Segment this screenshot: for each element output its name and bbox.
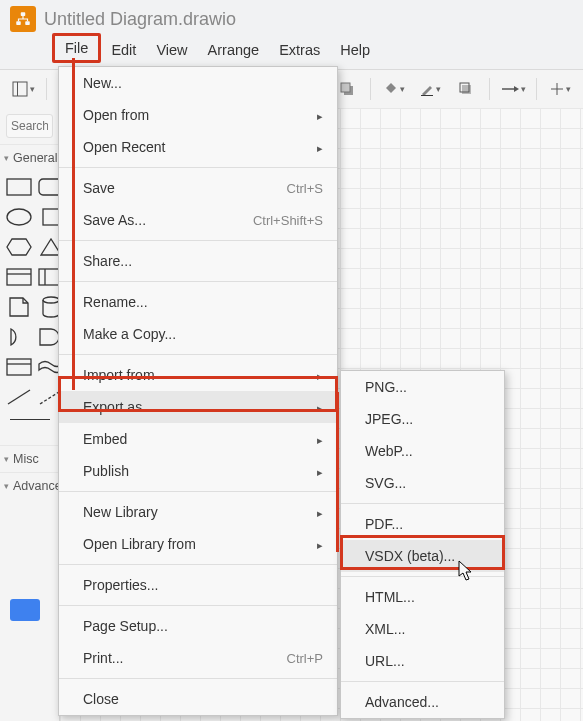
menu-file[interactable]: File [52, 33, 101, 63]
menu-edit[interactable]: Edit [101, 38, 146, 62]
search-container [0, 108, 59, 144]
file-open-recent[interactable]: Open Recent [59, 131, 337, 163]
svg-rect-24 [7, 359, 31, 375]
export-pdf[interactable]: PDF... [341, 508, 504, 540]
line-color-button[interactable] [415, 75, 445, 103]
svg-line-26 [8, 390, 30, 404]
svg-rect-3 [13, 82, 27, 96]
file-make-copy[interactable]: Make a Copy... [59, 318, 337, 350]
toolbar-separator [370, 78, 371, 100]
file-page-setup[interactable]: Page Setup... [59, 610, 337, 642]
sidebar-blue-chip[interactable] [10, 599, 40, 621]
menu-separator [59, 491, 337, 492]
export-menu: PNG... JPEG... WebP... SVG... PDF... VSD… [340, 370, 505, 719]
document-title[interactable]: Untitled Diagram.drawio [44, 9, 236, 30]
svg-point-23 [43, 297, 59, 303]
svg-point-17 [7, 209, 31, 225]
menu-separator [341, 576, 504, 577]
shadow-button[interactable] [451, 75, 481, 103]
svg-rect-9 [421, 95, 433, 96]
panel-general[interactable]: General [0, 144, 59, 171]
menu-separator [59, 281, 337, 282]
svg-rect-15 [7, 179, 31, 195]
menu-separator [59, 354, 337, 355]
file-rename[interactable]: Rename... [59, 286, 337, 318]
file-publish[interactable]: Publish [59, 455, 337, 487]
svg-rect-1 [16, 21, 21, 25]
menu-view[interactable]: View [146, 38, 197, 62]
shape-note[interactable] [6, 295, 32, 319]
shape-line[interactable] [6, 385, 32, 409]
file-embed[interactable]: Embed [59, 423, 337, 455]
svg-rect-8 [341, 83, 350, 92]
export-png[interactable]: PNG... [341, 371, 504, 403]
shape-frame[interactable] [6, 355, 32, 379]
menu-arrange[interactable]: Arrange [198, 38, 270, 62]
export-vsdx[interactable]: VSDX (beta)... [341, 540, 504, 572]
export-advanced[interactable]: Advanced... [341, 686, 504, 718]
file-menu: New... Open from Open Recent SaveCtrl+S … [58, 66, 338, 716]
file-new[interactable]: New... [59, 67, 337, 99]
toolbar-separator [536, 78, 537, 100]
search-input[interactable] [6, 114, 53, 138]
toolbar-separator [489, 78, 490, 100]
file-save-as[interactable]: Save As...Ctrl+Shift+S [59, 204, 337, 236]
menubar: File Edit View Arrange Extras Help [0, 34, 583, 69]
export-jpeg[interactable]: JPEG... [341, 403, 504, 435]
shape-container[interactable] [6, 265, 32, 289]
menu-separator [341, 503, 504, 504]
menu-separator [59, 605, 337, 606]
shape-rect[interactable] [6, 175, 32, 199]
waypoint-button[interactable] [545, 75, 575, 103]
file-open-library-from[interactable]: Open Library from [59, 528, 337, 560]
file-print[interactable]: Print...Ctrl+P [59, 642, 337, 674]
menu-separator [59, 678, 337, 679]
file-save[interactable]: SaveCtrl+S [59, 172, 337, 204]
file-open-from[interactable]: Open from [59, 99, 337, 131]
export-xml[interactable]: XML... [341, 613, 504, 645]
fill-color-button[interactable] [379, 75, 409, 103]
panel-advanced[interactable]: Advanced [0, 472, 59, 499]
svg-rect-19 [7, 269, 31, 285]
menu-extras[interactable]: Extras [269, 38, 330, 62]
panel-misc[interactable]: Misc [0, 445, 59, 472]
shape-hexagon[interactable] [6, 235, 32, 259]
svg-rect-10 [462, 85, 471, 94]
file-properties[interactable]: Properties... [59, 569, 337, 601]
shape-palette [0, 171, 59, 413]
view-mode-button[interactable] [8, 75, 38, 103]
title-bar: Untitled Diagram.drawio [0, 0, 583, 34]
menu-help[interactable]: Help [330, 38, 380, 62]
export-url[interactable]: URL... [341, 645, 504, 677]
file-close[interactable]: Close [59, 683, 337, 715]
callout-connector [72, 58, 75, 390]
menu-separator [59, 240, 337, 241]
connection-button[interactable] [498, 75, 528, 103]
toolbar-separator [46, 78, 47, 100]
export-svg[interactable]: SVG... [341, 467, 504, 499]
shape-divider [10, 419, 50, 439]
menu-separator [59, 564, 337, 565]
export-webp[interactable]: WebP... [341, 435, 504, 467]
file-export-as[interactable]: Export as [59, 391, 337, 423]
sidebar: General Misc Advanced [0, 108, 60, 721]
svg-rect-2 [25, 21, 30, 25]
svg-rect-18 [43, 209, 59, 225]
menu-separator [341, 681, 504, 682]
file-import-from[interactable]: Import from [59, 359, 337, 391]
shape-halfcircle[interactable] [6, 325, 32, 349]
svg-rect-0 [21, 12, 26, 16]
menu-separator [59, 167, 337, 168]
export-html[interactable]: HTML... [341, 581, 504, 613]
callout-connector [336, 392, 339, 552]
shape-ellipse[interactable] [6, 205, 32, 229]
app-icon [10, 6, 36, 32]
file-share[interactable]: Share... [59, 245, 337, 277]
file-new-library[interactable]: New Library [59, 496, 337, 528]
